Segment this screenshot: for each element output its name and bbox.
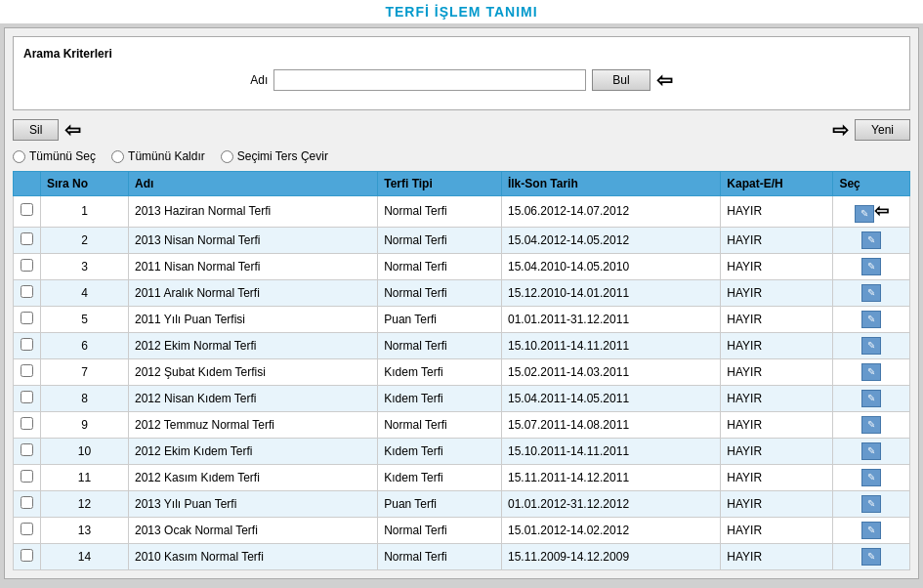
row-checkbox[interactable] bbox=[21, 470, 33, 483]
cell-kapat: HAYIR bbox=[721, 543, 833, 569]
invert-selection-label: Seçimi Ters Çevir bbox=[237, 149, 328, 163]
cell-kapat: HAYIR bbox=[721, 464, 833, 490]
edit-button[interactable]: ✎ bbox=[861, 258, 881, 275]
new-button[interactable]: Yeni bbox=[855, 119, 910, 141]
edit-button[interactable]: ✎ bbox=[861, 495, 881, 513]
cell-sira-no: 7 bbox=[41, 358, 129, 385]
cell-kapat: HAYIR bbox=[721, 438, 833, 464]
cell-adi: 2011 Nisan Normal Terfi bbox=[129, 253, 378, 279]
cell-adi: 2012 Kasım Kıdem Terfi bbox=[129, 464, 378, 490]
row-checkbox[interactable] bbox=[21, 443, 33, 456]
cell-adi: 2012 Şubat Kıdem Terfisi bbox=[129, 358, 378, 385]
cell-tarih: 01.01.2012-31.12.2012 bbox=[501, 490, 720, 517]
new-arrow-icon: ⇨ bbox=[832, 118, 849, 142]
row-checkbox[interactable] bbox=[21, 338, 33, 351]
deselect-all-radio[interactable] bbox=[111, 150, 124, 163]
row-checkbox[interactable] bbox=[21, 417, 33, 430]
cell-tarih: 15.10.2011-14.11.2011 bbox=[501, 438, 720, 464]
invert-selection-option[interactable]: Seçimi Ters Çevir bbox=[221, 149, 328, 163]
edit-button[interactable]: ✎ bbox=[861, 416, 881, 434]
cell-terfi-tipi: Normal Terfi bbox=[378, 253, 502, 279]
edit-button[interactable]: ✎ bbox=[861, 311, 881, 328]
table-row: 22013 Nisan Normal TerfiNormal Terfi15.0… bbox=[14, 227, 910, 253]
cell-adi: 2013 Haziran Normal Terfi bbox=[129, 196, 378, 228]
cell-tarih: 15.04.2012-14.05.2012 bbox=[501, 227, 720, 253]
table-row: 12013 Haziran Normal TerfiNormal Terfi15… bbox=[14, 196, 910, 228]
cell-sira-no: 5 bbox=[41, 306, 129, 332]
cell-sira-no: 2 bbox=[41, 227, 129, 253]
table-row: 122013 Yılı Puan TerfiPuan Terfi01.01.20… bbox=[14, 490, 910, 517]
find-button[interactable]: Bul bbox=[592, 69, 650, 91]
edit-button[interactable]: ✎ bbox=[861, 390, 881, 407]
row-checkbox[interactable] bbox=[21, 312, 33, 324]
row-checkbox[interactable] bbox=[21, 364, 33, 377]
cell-kapat: HAYIR bbox=[721, 196, 833, 228]
row-checkbox[interactable] bbox=[21, 232, 33, 245]
cell-kapat: HAYIR bbox=[721, 306, 833, 332]
table-row: 102012 Ekim Kıdem TerfiKıdem Terfi15.10.… bbox=[14, 438, 910, 464]
table-row: 142010 Kasım Normal TerfiNormal Terfi15.… bbox=[14, 543, 910, 569]
table-row: 82012 Nisan Kıdem TerfiKıdem Terfi15.04.… bbox=[14, 385, 910, 411]
delete-button[interactable]: Sil bbox=[13, 119, 59, 141]
col-checkbox bbox=[14, 172, 41, 196]
row-checkbox[interactable] bbox=[21, 523, 33, 535]
cell-adi: 2011 Yılı Puan Terfisi bbox=[129, 306, 378, 332]
table-header-row: Sıra No Adı Terfi Tipi İlk-Son Tarih Kap… bbox=[14, 172, 910, 196]
invert-selection-radio[interactable] bbox=[221, 150, 233, 163]
edit-button[interactable]: ✎ bbox=[861, 469, 881, 486]
edit-button[interactable]: ✎ bbox=[861, 548, 881, 566]
edit-button[interactable]: ✎ bbox=[861, 284, 881, 302]
col-sec: Seç bbox=[833, 172, 910, 196]
cell-terfi-tipi: Kıdem Terfi bbox=[378, 464, 502, 490]
select-all-radio[interactable] bbox=[13, 150, 25, 163]
edit-button[interactable]: ✎ bbox=[861, 442, 881, 460]
table-row: 52011 Yılı Puan TerfisiPuan Terfi01.01.2… bbox=[14, 306, 910, 332]
select-all-option[interactable]: Tümünü Seç bbox=[13, 149, 96, 163]
cell-adi: 2011 Aralık Normal Terfi bbox=[129, 279, 378, 306]
cell-tarih: 15.10.2011-14.11.2011 bbox=[501, 332, 720, 358]
row-checkbox[interactable] bbox=[21, 496, 33, 509]
row-checkbox[interactable] bbox=[21, 259, 33, 272]
table-row: 132013 Ocak Normal TerfiNormal Terfi15.0… bbox=[14, 517, 910, 543]
find-arrow-icon: ⇦ bbox=[656, 68, 673, 92]
cell-adi: 2012 Temmuz Normal Terfi bbox=[129, 411, 378, 438]
cell-sira-no: 3 bbox=[41, 253, 129, 279]
edit-button[interactable]: ✎ bbox=[861, 522, 881, 539]
search-section: Arama Kriterleri Adı Bul ⇦ bbox=[13, 36, 910, 110]
page-title: TERFİ İŞLEM TANIMI bbox=[385, 4, 537, 20]
cell-kapat: HAYIR bbox=[721, 385, 833, 411]
cell-tarih: 15.06.2012-14.07.2012 bbox=[501, 196, 720, 228]
cell-adi: 2010 Kasım Normal Terfi bbox=[129, 543, 378, 569]
cell-kapat: HAYIR bbox=[721, 227, 833, 253]
cell-kapat: HAYIR bbox=[721, 490, 833, 517]
row-checkbox[interactable] bbox=[21, 203, 33, 216]
edit-button[interactable]: ✎ bbox=[861, 363, 881, 381]
cell-sira-no: 4 bbox=[41, 279, 129, 306]
edit-button[interactable]: ✎ bbox=[855, 205, 874, 223]
cell-terfi-tipi: Kıdem Terfi bbox=[378, 385, 502, 411]
edit-button[interactable]: ✎ bbox=[861, 231, 881, 249]
cell-adi: 2013 Ocak Normal Terfi bbox=[129, 517, 378, 543]
row-checkbox[interactable] bbox=[21, 285, 33, 298]
row-checkbox[interactable] bbox=[21, 549, 33, 562]
table-row: 62012 Ekim Normal TerfiNormal Terfi15.10… bbox=[14, 332, 910, 358]
cell-sira-no: 11 bbox=[41, 464, 129, 490]
table-row: 42011 Aralık Normal TerfiNormal Terfi15.… bbox=[14, 279, 910, 306]
cell-tarih: 15.04.2010-14.05.2010 bbox=[501, 253, 720, 279]
search-input[interactable] bbox=[273, 69, 586, 91]
edit-button[interactable]: ✎ bbox=[861, 337, 881, 355]
cell-terfi-tipi: Normal Terfi bbox=[378, 227, 502, 253]
cell-terfi-tipi: Puan Terfi bbox=[378, 306, 502, 332]
delete-arrow-icon: ⇦ bbox=[64, 118, 81, 142]
cell-adi: 2013 Nisan Normal Terfi bbox=[129, 227, 378, 253]
cell-kapat: HAYIR bbox=[721, 517, 833, 543]
cell-terfi-tipi: Puan Terfi bbox=[378, 490, 502, 517]
cell-tarih: 15.07.2011-14.08.2011 bbox=[501, 411, 720, 438]
cell-tarih: 01.01.2011-31.12.2011 bbox=[501, 306, 720, 332]
cell-kapat: HAYIR bbox=[721, 358, 833, 385]
cell-tarih: 15.12.2010-14.01.2011 bbox=[501, 279, 720, 306]
deselect-all-option[interactable]: Tümünü Kaldır bbox=[111, 149, 205, 163]
cell-tarih: 15.11.2011-14.12.2011 bbox=[501, 464, 720, 490]
row-checkbox[interactable] bbox=[21, 391, 33, 403]
selection-options: Tümünü Seç Tümünü Kaldır Seçimi Ters Çev… bbox=[13, 149, 910, 163]
